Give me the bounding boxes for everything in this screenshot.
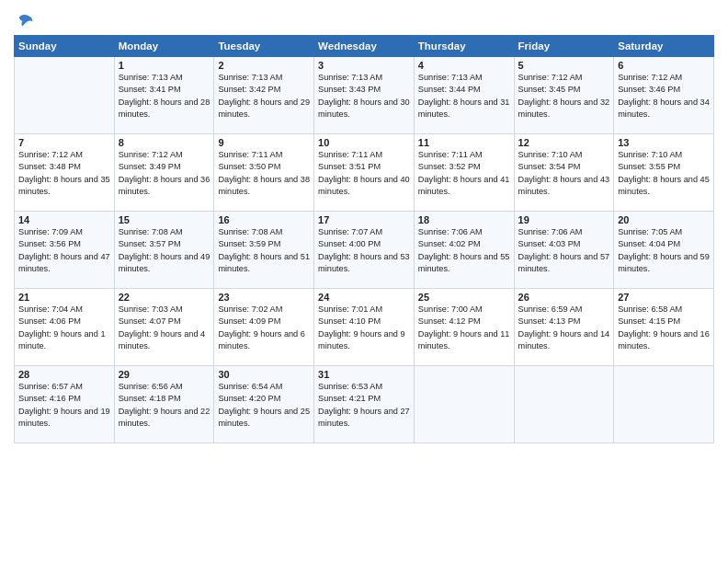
- cell-info: Sunrise: 7:08 AMSunset: 3:59 PMDaylight:…: [218, 226, 310, 275]
- cell-info: Sunrise: 6:54 AMSunset: 4:20 PMDaylight:…: [218, 381, 310, 430]
- cell-info: Sunrise: 7:13 AMSunset: 3:44 PMDaylight:…: [418, 72, 510, 121]
- page: SundayMondayTuesdayWednesdayThursdayFrid…: [0, 0, 728, 563]
- day-number: 11: [418, 137, 510, 148]
- cell-info: Sunrise: 7:09 AMSunset: 3:56 PMDaylight:…: [18, 226, 110, 275]
- day-number: 30: [218, 369, 310, 380]
- cell-info: Sunrise: 7:10 AMSunset: 3:54 PMDaylight:…: [518, 149, 610, 198]
- cell-info: Sunrise: 7:04 AMSunset: 4:06 PMDaylight:…: [18, 304, 110, 352]
- weekday-header: Saturday: [614, 36, 714, 57]
- calendar-body: 1Sunrise: 7:13 AMSunset: 3:41 PMDaylight…: [15, 57, 714, 443]
- calendar-cell: 24Sunrise: 7:01 AMSunset: 4:10 PMDayligh…: [314, 289, 415, 366]
- cell-info: Sunrise: 7:00 AMSunset: 4:12 PMDaylight:…: [418, 304, 510, 352]
- weekday-header: Sunday: [15, 36, 115, 57]
- calendar-cell: 10Sunrise: 7:11 AMSunset: 3:51 PMDayligh…: [314, 134, 415, 212]
- day-number: 24: [318, 292, 410, 303]
- logo: [14, 13, 36, 29]
- day-number: 16: [218, 214, 310, 225]
- cell-info: Sunrise: 7:01 AMSunset: 4:10 PMDaylight:…: [318, 304, 410, 352]
- calendar-cell: 15Sunrise: 7:08 AMSunset: 3:57 PMDayligh…: [114, 212, 214, 289]
- calendar-cell: 8Sunrise: 7:12 AMSunset: 3:49 PMDaylight…: [114, 134, 214, 212]
- day-number: 6: [618, 60, 710, 71]
- day-number: 3: [318, 60, 410, 71]
- day-number: 31: [318, 369, 410, 380]
- cell-info: Sunrise: 7:06 AMSunset: 4:02 PMDaylight:…: [418, 226, 510, 275]
- cell-info: Sunrise: 6:53 AMSunset: 4:21 PMDaylight:…: [318, 381, 410, 430]
- cell-info: Sunrise: 6:57 AMSunset: 4:16 PMDaylight:…: [18, 381, 110, 430]
- calendar-table: SundayMondayTuesdayWednesdayThursdayFrid…: [14, 35, 714, 443]
- day-number: 10: [318, 137, 410, 148]
- header: [14, 9, 714, 29]
- day-number: 17: [318, 214, 410, 225]
- calendar-cell: 23Sunrise: 7:02 AMSunset: 4:09 PMDayligh…: [214, 289, 314, 366]
- calendar-cell: 22Sunrise: 7:03 AMSunset: 4:07 PMDayligh…: [114, 289, 214, 366]
- cell-info: Sunrise: 7:11 AMSunset: 3:50 PMDaylight:…: [218, 149, 310, 198]
- cell-info: Sunrise: 7:05 AMSunset: 4:04 PMDaylight:…: [618, 226, 710, 275]
- calendar-cell: 13Sunrise: 7:10 AMSunset: 3:55 PMDayligh…: [614, 134, 714, 212]
- day-number: 8: [119, 137, 210, 148]
- calendar-cell: 20Sunrise: 7:05 AMSunset: 4:04 PMDayligh…: [614, 212, 714, 289]
- cell-info: Sunrise: 6:59 AMSunset: 4:13 PMDaylight:…: [518, 304, 610, 352]
- calendar-cell: 21Sunrise: 7:04 AMSunset: 4:06 PMDayligh…: [15, 289, 115, 366]
- day-number: 7: [18, 137, 110, 148]
- cell-info: Sunrise: 7:13 AMSunset: 3:42 PMDaylight:…: [218, 72, 310, 121]
- weekday-header: Tuesday: [214, 36, 314, 57]
- day-number: 25: [418, 292, 510, 303]
- calendar-cell: [614, 366, 714, 443]
- calendar-cell: 3Sunrise: 7:13 AMSunset: 3:43 PMDaylight…: [314, 57, 415, 134]
- weekday-header: Friday: [514, 36, 614, 57]
- cell-info: Sunrise: 7:06 AMSunset: 4:03 PMDaylight:…: [518, 226, 610, 275]
- weekday-header: Monday: [114, 36, 214, 57]
- calendar-cell: 19Sunrise: 7:06 AMSunset: 4:03 PMDayligh…: [514, 212, 614, 289]
- cell-info: Sunrise: 7:12 AMSunset: 3:48 PMDaylight:…: [18, 149, 110, 198]
- day-number: 2: [218, 60, 310, 71]
- calendar-cell: 2Sunrise: 7:13 AMSunset: 3:42 PMDaylight…: [214, 57, 314, 134]
- calendar-cell: 17Sunrise: 7:07 AMSunset: 4:00 PMDayligh…: [314, 212, 415, 289]
- calendar-cell: 28Sunrise: 6:57 AMSunset: 4:16 PMDayligh…: [15, 366, 115, 443]
- day-number: 9: [218, 137, 310, 148]
- calendar-cell: 26Sunrise: 6:59 AMSunset: 4:13 PMDayligh…: [514, 289, 614, 366]
- calendar-cell: [414, 366, 514, 443]
- cell-info: Sunrise: 7:02 AMSunset: 4:09 PMDaylight:…: [218, 304, 310, 352]
- calendar-cell: 25Sunrise: 7:00 AMSunset: 4:12 PMDayligh…: [414, 289, 514, 366]
- calendar-week-row: 28Sunrise: 6:57 AMSunset: 4:16 PMDayligh…: [15, 366, 714, 443]
- calendar-header-row: SundayMondayTuesdayWednesdayThursdayFrid…: [15, 36, 714, 57]
- calendar-cell: 12Sunrise: 7:10 AMSunset: 3:54 PMDayligh…: [514, 134, 614, 212]
- day-number: 15: [119, 214, 210, 225]
- day-number: 4: [418, 60, 510, 71]
- calendar-cell: 9Sunrise: 7:11 AMSunset: 3:50 PMDaylight…: [214, 134, 314, 212]
- calendar-cell: 31Sunrise: 6:53 AMSunset: 4:21 PMDayligh…: [314, 366, 415, 443]
- calendar-cell: 5Sunrise: 7:12 AMSunset: 3:45 PMDaylight…: [514, 57, 614, 134]
- cell-info: Sunrise: 7:10 AMSunset: 3:55 PMDaylight:…: [618, 149, 710, 198]
- calendar-cell: 11Sunrise: 7:11 AMSunset: 3:52 PMDayligh…: [414, 134, 514, 212]
- cell-info: Sunrise: 7:11 AMSunset: 3:52 PMDaylight:…: [418, 149, 510, 198]
- calendar-cell: 16Sunrise: 7:08 AMSunset: 3:59 PMDayligh…: [214, 212, 314, 289]
- calendar-cell: 7Sunrise: 7:12 AMSunset: 3:48 PMDaylight…: [15, 134, 115, 212]
- day-number: 5: [518, 60, 610, 71]
- cell-info: Sunrise: 7:11 AMSunset: 3:51 PMDaylight:…: [318, 149, 410, 198]
- day-number: 29: [119, 369, 210, 380]
- day-number: 22: [119, 292, 210, 303]
- cell-info: Sunrise: 6:58 AMSunset: 4:15 PMDaylight:…: [618, 304, 710, 352]
- logo-bird-icon: [16, 11, 36, 31]
- calendar-cell: 4Sunrise: 7:13 AMSunset: 3:44 PMDaylight…: [414, 57, 514, 134]
- cell-info: Sunrise: 7:12 AMSunset: 3:46 PMDaylight:…: [618, 72, 710, 121]
- weekday-header: Wednesday: [314, 36, 415, 57]
- day-number: 12: [518, 137, 610, 148]
- cell-info: Sunrise: 7:13 AMSunset: 3:41 PMDaylight:…: [119, 72, 210, 121]
- calendar-cell: 14Sunrise: 7:09 AMSunset: 3:56 PMDayligh…: [15, 212, 115, 289]
- calendar-cell: [15, 57, 115, 134]
- calendar-week-row: 7Sunrise: 7:12 AMSunset: 3:48 PMDaylight…: [15, 134, 714, 212]
- day-number: 27: [618, 292, 710, 303]
- day-number: 14: [18, 214, 110, 225]
- cell-info: Sunrise: 7:12 AMSunset: 3:49 PMDaylight:…: [119, 149, 210, 198]
- calendar-cell: 1Sunrise: 7:13 AMSunset: 3:41 PMDaylight…: [114, 57, 214, 134]
- cell-info: Sunrise: 7:03 AMSunset: 4:07 PMDaylight:…: [119, 304, 210, 352]
- day-number: 23: [218, 292, 310, 303]
- cell-info: Sunrise: 7:13 AMSunset: 3:43 PMDaylight:…: [318, 72, 410, 121]
- calendar-week-row: 1Sunrise: 7:13 AMSunset: 3:41 PMDaylight…: [15, 57, 714, 134]
- calendar-cell: 18Sunrise: 7:06 AMSunset: 4:02 PMDayligh…: [414, 212, 514, 289]
- day-number: 26: [518, 292, 610, 303]
- cell-info: Sunrise: 6:56 AMSunset: 4:18 PMDaylight:…: [119, 381, 210, 430]
- calendar-cell: 30Sunrise: 6:54 AMSunset: 4:20 PMDayligh…: [214, 366, 314, 443]
- day-number: 21: [18, 292, 110, 303]
